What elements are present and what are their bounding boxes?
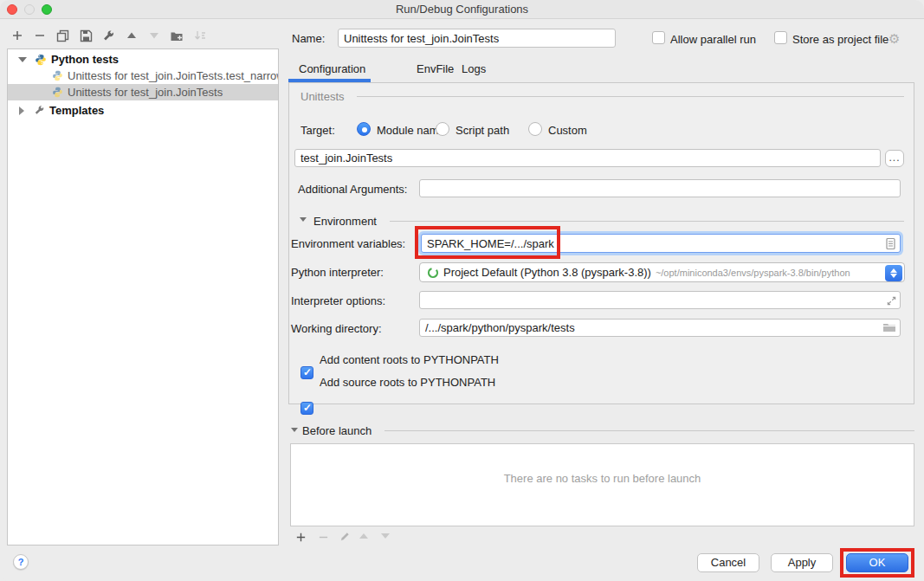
environment-variables-input[interactable] — [421, 234, 901, 253]
tree-item-unittests-jointests-selected[interactable]: Unittests for test_join.JoinTests — [8, 84, 278, 100]
before-launch-task-list: There are no tasks to run before launch — [290, 443, 914, 526]
minimize-window-button[interactable] — [24, 4, 35, 15]
cancel-button[interactable]: Cancel — [697, 553, 759, 572]
tree-item-label: Templates — [49, 104, 104, 117]
before-launch-move-down-icon[interactable] — [381, 533, 390, 539]
select-stepper-icon[interactable] — [885, 265, 902, 281]
python-icon — [52, 70, 63, 81]
wrench-icon — [34, 105, 45, 116]
save-configuration-icon[interactable] — [79, 29, 93, 42]
tree-item-templates[interactable]: Templates — [8, 102, 278, 119]
before-launch-edit-pencil-icon[interactable] — [338, 529, 352, 543]
add-source-roots-checkbox[interactable] — [300, 402, 313, 415]
tree-item-unittests-test-narrow[interactable]: Unittests for test_join.JoinTests.test_n… — [8, 68, 278, 84]
gear-icon[interactable]: ⚙ — [888, 32, 900, 45]
before-launch-add-icon[interactable] — [294, 530, 307, 544]
name-label: Name: — [292, 32, 325, 45]
radio-module-name-label: Module name — [377, 124, 445, 137]
tab-logs[interactable]: Logs — [462, 62, 486, 75]
radio-script-path-label: Script path — [456, 124, 509, 137]
tree-item-label: Python tests — [51, 53, 119, 66]
working-directory-label: Working directory: — [291, 322, 382, 335]
module-name-input[interactable] — [294, 149, 881, 167]
allow-parallel-run-label: Allow parallel run — [670, 33, 756, 46]
run-debug-configurations-dialog: Run/Debug Configurations Python tests — [0, 0, 924, 581]
window-title: Run/Debug Configurations — [0, 0, 924, 18]
expand-field-icon[interactable] — [884, 294, 898, 307]
before-launch-line — [384, 430, 914, 431]
add-content-roots-label: Add content roots to PYTHONPATH — [320, 353, 499, 366]
python-interpreter-value: Project Default (Python 3.8 (pyspark-3.8… — [443, 266, 651, 279]
environment-variables-label: Environment variables: — [291, 237, 405, 250]
before-launch-remove-icon[interactable] — [316, 530, 330, 544]
zoom-window-button[interactable] — [42, 4, 52, 15]
tree-item-label: Unittests for test_join.JoinTests — [68, 86, 223, 99]
radio-module-name[interactable] — [357, 122, 371, 136]
move-up-icon[interactable] — [125, 29, 139, 42]
allow-parallel-run-checkbox[interactable] — [652, 31, 665, 44]
name-input[interactable] — [338, 29, 616, 48]
browse-button[interactable]: ... — [885, 150, 904, 167]
title-bar: Run/Debug Configurations — [0, 0, 924, 19]
environment-section-line — [390, 221, 904, 222]
tab-envfile[interactable]: EnvFile — [417, 62, 454, 75]
add-source-roots-label: Add source roots to PYTHONPATH — [320, 376, 495, 389]
add-configuration-icon[interactable] — [10, 29, 24, 42]
additional-arguments-input[interactable] — [419, 179, 901, 197]
folder-browse-icon[interactable] — [882, 320, 896, 334]
environment-collapse-icon[interactable] — [300, 217, 307, 222]
before-launch-move-up-icon[interactable] — [359, 533, 368, 539]
tree-item-label: Unittests for test_join.JoinTests.test_n… — [68, 69, 278, 82]
working-directory-input[interactable] — [419, 319, 901, 337]
interpreter-options-input[interactable] — [419, 291, 901, 309]
interpreter-options-label: Interpreter options: — [291, 294, 385, 307]
env-vars-list-icon[interactable] — [883, 236, 897, 250]
tree-item-python-tests[interactable]: Python tests — [8, 51, 278, 68]
group-title-line — [357, 96, 904, 97]
move-down-icon[interactable] — [147, 29, 161, 42]
python-icon — [52, 87, 63, 98]
store-as-project-file-label: Store as project file — [792, 33, 888, 46]
python-interpreter-path: ~/opt/miniconda3/envs/pyspark-3.8/bin/py… — [656, 268, 850, 278]
target-label: Target: — [300, 124, 335, 137]
before-launch-collapse-icon[interactable] — [291, 428, 298, 432]
store-as-project-file-checkbox[interactable] — [774, 31, 787, 44]
apply-button[interactable]: Apply — [771, 553, 833, 572]
environment-section-title: Environment — [313, 215, 377, 228]
remove-configuration-icon[interactable] — [33, 29, 47, 42]
new-folder-icon[interactable] — [170, 29, 184, 42]
conda-environment-icon — [427, 267, 439, 279]
python-icon — [35, 54, 47, 66]
sort-configurations-icon[interactable] — [193, 29, 207, 42]
ok-button[interactable]: OK — [846, 553, 908, 572]
before-launch-empty-message: There are no tasks to run before launch — [504, 472, 701, 485]
radio-custom[interactable] — [528, 122, 542, 136]
configurations-tree: Python tests Unittests for test_join.Joi… — [7, 48, 279, 545]
chevron-right-icon[interactable] — [19, 107, 24, 115]
edit-templates-wrench-icon[interactable] — [101, 29, 115, 42]
unittests-group-title: Unittests — [300, 90, 345, 103]
tab-configuration[interactable]: Configuration — [299, 62, 365, 75]
additional-arguments-label: Additional Arguments: — [298, 183, 407, 196]
python-interpreter-select[interactable]: Project Default (Python 3.8 (pyspark-3.8… — [419, 262, 905, 282]
radio-custom-label: Custom — [548, 124, 587, 137]
help-button[interactable]: ? — [13, 554, 29, 570]
copy-configuration-icon[interactable] — [55, 29, 69, 42]
chevron-down-icon[interactable] — [18, 57, 27, 62]
radio-script-path[interactable] — [436, 122, 449, 136]
before-launch-title: Before launch — [302, 424, 372, 437]
close-window-button[interactable] — [7, 4, 17, 15]
add-content-roots-checkbox[interactable] — [300, 366, 313, 379]
python-interpreter-label: Python interpreter: — [291, 266, 384, 279]
